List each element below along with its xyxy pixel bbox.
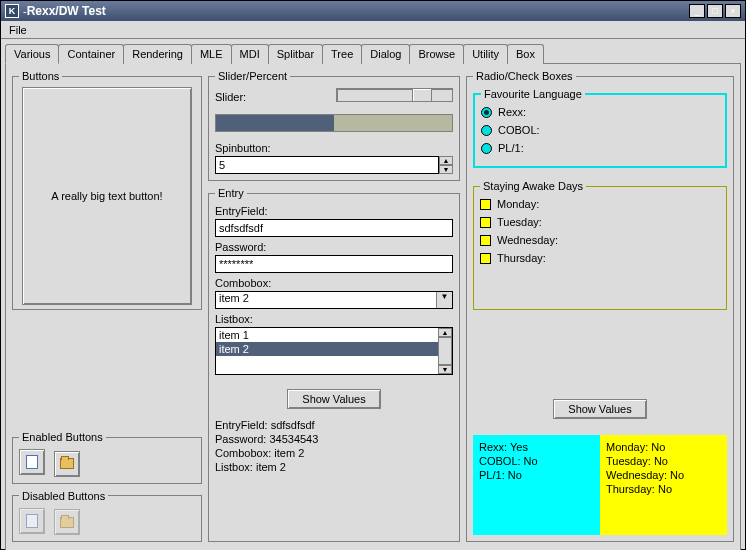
enabled-buttons-legend: Enabled Buttons [19, 431, 106, 443]
listbox-scrollbar[interactable]: ▲ ▼ [438, 328, 452, 374]
entry-legend: Entry [215, 187, 247, 199]
combo-label: Combobox: [215, 277, 453, 289]
combobox[interactable]: item 2 ▼ [215, 291, 453, 309]
spin-down-button[interactable]: ▼ [439, 165, 453, 174]
spin-label: Spinbutton: [215, 142, 453, 154]
checkbox-icon [480, 253, 491, 264]
staying-awake-group: Staying Awake Days Monday: Tuesday: Wedn… [473, 180, 727, 310]
checkbox-icon [480, 199, 491, 210]
app-icon: K [5, 4, 19, 18]
entryfield-input[interactable] [215, 219, 453, 237]
window-title: Rexx/DW Test [27, 4, 689, 18]
scroll-up-icon[interactable]: ▲ [438, 328, 452, 337]
radio-results: Rexx: Yes COBOL: No PL/1: No Monday: No … [473, 435, 727, 535]
scroll-down-icon[interactable]: ▼ [438, 365, 452, 374]
tab-rendering[interactable]: Rendering [123, 44, 192, 64]
radio-icon [481, 107, 492, 118]
enabled-folder-button[interactable] [54, 451, 80, 477]
menubar: File [1, 21, 745, 39]
radio-icon [481, 125, 492, 136]
disabled-doc-button [19, 508, 45, 534]
enabled-buttons-group: Enabled Buttons [12, 431, 202, 484]
menu-file[interactable]: File [1, 24, 35, 36]
folder-icon [60, 458, 74, 469]
slider-control[interactable] [336, 88, 453, 102]
maximize-button[interactable]: □ [707, 4, 723, 18]
show-values-button-radio[interactable]: Show Values [553, 399, 646, 419]
slider-thumb[interactable] [412, 88, 432, 102]
listbox[interactable]: item 1 item 2 ▲ ▼ [215, 327, 453, 375]
radio-rexx[interactable]: Rexx: [481, 106, 719, 118]
tab-dialog[interactable]: Dialog [361, 44, 410, 64]
radio-pl1[interactable]: PL/1: [481, 142, 719, 154]
disabled-buttons-group: Disabled Buttons [12, 490, 202, 543]
tab-container[interactable]: Container [58, 44, 124, 64]
enabled-doc-button[interactable] [19, 449, 45, 475]
close-button[interactable]: × [725, 4, 741, 18]
tab-utility[interactable]: Utility [463, 44, 508, 64]
check-monday[interactable]: Monday: [480, 198, 720, 210]
tab-mdi[interactable]: MDI [231, 44, 269, 64]
checkbox-icon [480, 235, 491, 246]
titlebar: K - Rexx/DW Test _ □ × [1, 1, 745, 21]
listbox-label: Listbox: [215, 313, 453, 325]
folder-icon [60, 517, 74, 528]
password-input[interactable] [215, 255, 453, 273]
radio-check-group: Radio/Check Boxes Favourite Language Rex… [466, 70, 734, 542]
show-values-button[interactable]: Show Values [287, 389, 380, 409]
checkbox-icon [480, 217, 491, 228]
tab-panel: Buttons A really big text button! Enable… [5, 63, 741, 550]
disabled-buttons-legend: Disabled Buttons [19, 490, 108, 502]
combobox-value: item 2 [216, 292, 436, 308]
entry-summary: EntryField: sdfsdfsdf Password: 34534543… [215, 419, 453, 475]
main-window: K - Rexx/DW Test _ □ × File Various Cont… [0, 0, 746, 550]
tab-splitbar[interactable]: Splitbar [268, 44, 323, 64]
spin-up-button[interactable]: ▲ [439, 156, 453, 165]
entry-group: Entry EntryField: Password: Combobox: it… [208, 187, 460, 542]
staying-awake-legend: Staying Awake Days [480, 180, 586, 192]
slider-group: Slider/Percent Slider: Spinbutton: [208, 70, 460, 181]
disabled-folder-button [54, 509, 80, 535]
favourite-language-legend: Favourite Language [481, 88, 585, 100]
days-results-box: Monday: No Tuesday: No Wednesday: No Thu… [600, 435, 727, 535]
tab-tree[interactable]: Tree [322, 44, 362, 64]
check-tuesday[interactable]: Tuesday: [480, 216, 720, 228]
radio-icon [481, 143, 492, 154]
buttons-legend: Buttons [19, 70, 62, 82]
chevron-down-icon[interactable]: ▼ [436, 292, 452, 308]
favourite-language-group: Favourite Language Rexx: COBOL: PL/1: [473, 88, 727, 168]
entryfield-label: EntryField: [215, 205, 453, 217]
tab-browse[interactable]: Browse [409, 44, 464, 64]
slider-legend: Slider/Percent [215, 70, 290, 82]
tab-various[interactable]: Various [5, 44, 59, 64]
lang-results-box: Rexx: Yes COBOL: No PL/1: No [473, 435, 600, 535]
spin-input[interactable] [215, 156, 439, 174]
check-thursday[interactable]: Thursday: [480, 252, 720, 264]
minimize-button[interactable]: _ [689, 4, 705, 18]
slider-label: Slider: [215, 91, 330, 103]
tab-box[interactable]: Box [507, 44, 544, 64]
progress-bar [215, 114, 453, 132]
check-wednesday[interactable]: Wednesday: [480, 234, 720, 246]
list-item[interactable]: item 2 [216, 342, 438, 356]
buttons-group: Buttons A really big text button! [12, 70, 202, 310]
radio-cobol[interactable]: COBOL: [481, 124, 719, 136]
document-icon [26, 455, 38, 469]
document-icon [26, 514, 38, 528]
big-text-button[interactable]: A really big text button! [22, 87, 192, 305]
tab-mle[interactable]: MLE [191, 44, 232, 64]
radio-check-legend: Radio/Check Boxes [473, 70, 576, 82]
list-item[interactable]: item 1 [216, 328, 438, 342]
password-label: Password: [215, 241, 453, 253]
tab-row: Various Container Rendering MLE MDI Spli… [5, 43, 741, 63]
